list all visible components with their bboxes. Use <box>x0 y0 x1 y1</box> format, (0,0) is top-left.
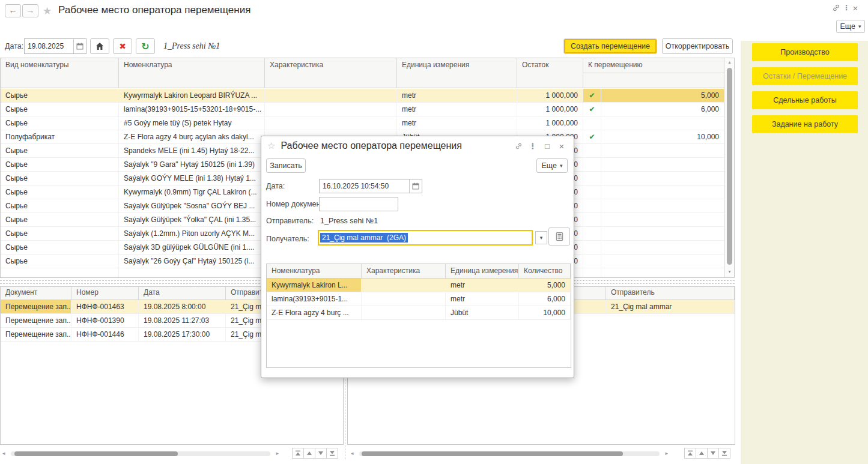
close-window-icon[interactable]: × <box>851 3 860 13</box>
transfer-qty-cell[interactable] <box>601 268 724 277</box>
transfer-qty-cell[interactable]: 5,000 <box>601 89 724 102</box>
column-header-unit[interactable]: Единица измерения <box>397 58 517 88</box>
go-previous-button[interactable] <box>303 448 315 459</box>
transfer-qty-cell[interactable] <box>601 158 724 171</box>
more-menu-icon[interactable]: ⋮ <box>842 3 851 13</box>
sidebar-button[interactable]: Остатки / Перемещение <box>752 67 858 85</box>
column-header-sender[interactable]: Отправитель <box>606 287 735 300</box>
scrollbar-track[interactable] <box>359 451 660 456</box>
senders-hscrollbar[interactable]: ◂ ▸ <box>350 449 669 459</box>
go-first-button[interactable] <box>684 448 696 459</box>
transfer-qty-cell[interactable] <box>601 255 724 268</box>
scrollbar-thumb[interactable] <box>727 68 732 265</box>
transfer-flag-cell[interactable] <box>583 255 601 268</box>
calendar-button[interactable] <box>409 179 422 193</box>
column-header-nomenclature[interactable]: Номенклатура <box>267 264 362 278</box>
transfer-qty-cell[interactable] <box>601 116 724 130</box>
dialog-number-input[interactable] <box>320 197 398 211</box>
scrollbar-track[interactable] <box>11 451 270 456</box>
transfer-qty-cell[interactable] <box>601 227 724 240</box>
table-row[interactable]: Kywyrmalyk Lakiron L...metr5,000 <box>267 279 571 292</box>
favorite-star-outline-icon[interactable]: ☆ <box>267 140 275 151</box>
transfer-flag-cell[interactable]: ✔ <box>583 89 601 102</box>
go-next-button[interactable] <box>315 448 327 459</box>
date-input[interactable] <box>25 39 73 53</box>
transfer-qty-cell[interactable]: 10,000 <box>601 130 724 143</box>
go-last-button[interactable] <box>326 448 338 459</box>
column-header-characteristic[interactable]: Характеристика <box>265 58 397 88</box>
sidebar-button[interactable]: Задание на работу <box>752 115 858 133</box>
dialog-date-input[interactable] <box>320 179 409 193</box>
scroll-left-icon[interactable]: ◂ <box>2 450 5 456</box>
transfer-flag-cell[interactable] <box>583 158 601 171</box>
transfer-flag-cell[interactable]: ✔ <box>583 130 601 143</box>
close-dialog-icon[interactable]: × <box>556 140 568 152</box>
transfer-flag-cell[interactable] <box>583 144 601 157</box>
fill-quantities-button[interactable] <box>548 227 570 246</box>
go-previous-button[interactable] <box>696 448 708 459</box>
column-header-number[interactable]: Номер <box>71 287 139 300</box>
table-row[interactable]: СырьеKywyrmalyk Lakiron Leopard BIRÝUZA … <box>1 89 724 103</box>
workcenter-button[interactable] <box>90 38 109 54</box>
dialog-more-button[interactable]: Еще▾ <box>536 158 568 173</box>
refresh-button[interactable]: ↻ <box>136 38 155 54</box>
scroll-left-icon[interactable]: ◂ <box>351 450 354 456</box>
transfer-qty-cell[interactable] <box>601 172 724 185</box>
transfer-flag-cell[interactable] <box>583 199 601 212</box>
save-button[interactable]: Записать <box>266 158 306 173</box>
receiver-combobox[interactable]: 21_Çig mal ammar (2GA) <box>318 230 533 246</box>
transfer-qty-cell[interactable] <box>601 185 724 199</box>
transfer-qty-cell[interactable] <box>601 241 724 254</box>
table-row[interactable]: lamina(39193+9015-1...metr6,000 <box>267 292 571 306</box>
transfer-flag-cell[interactable] <box>583 172 601 185</box>
adjust-button[interactable]: Откорректировать <box>662 38 733 54</box>
receiver-dropdown-button[interactable]: ▾ <box>535 231 547 244</box>
calendar-button[interactable] <box>73 39 86 53</box>
scrollbar-thumb[interactable] <box>14 451 178 456</box>
transfer-flag-cell[interactable] <box>583 241 601 254</box>
sidebar-button[interactable]: Производство <box>752 43 858 61</box>
transfer-flag-cell[interactable] <box>583 116 601 130</box>
scroll-right-icon[interactable]: ▸ <box>276 450 279 456</box>
transfer-flag-cell[interactable] <box>583 213 601 226</box>
favorite-star-icon[interactable]: ★ <box>43 5 52 17</box>
scrollbar-thumb[interactable] <box>362 451 623 456</box>
transfer-flag-cell[interactable] <box>583 268 601 277</box>
more-button[interactable]: Еще▾ <box>836 20 865 33</box>
back-button[interactable]: ← <box>5 4 21 17</box>
clear-button[interactable]: ✖ <box>113 38 132 54</box>
column-header-unit[interactable]: Единица измерения <box>446 264 519 278</box>
column-header-date[interactable]: Дата <box>139 287 226 300</box>
column-header-quantity[interactable]: Количество <box>519 264 571 278</box>
link-icon[interactable] <box>512 140 524 152</box>
link-icon[interactable] <box>831 3 841 13</box>
scroll-down-icon[interactable]: ▾ <box>725 269 734 276</box>
column-header-document[interactable]: Документ <box>1 287 71 300</box>
table-row[interactable]: Сырьеlamina(39193+9015-15+53201-18+9015-… <box>1 103 724 116</box>
transfer-qty-cell[interactable]: 6,000 <box>601 103 724 116</box>
forward-button[interactable]: → <box>22 4 38 17</box>
go-last-button[interactable] <box>718 448 730 459</box>
column-header-stock[interactable]: Остаток <box>517 58 583 88</box>
vertical-scrollbar[interactable]: ▴ ▾ <box>724 58 734 277</box>
transfer-qty-cell[interactable] <box>601 213 724 226</box>
scroll-up-icon[interactable]: ▴ <box>725 59 734 67</box>
go-first-button[interactable] <box>292 448 304 459</box>
transfer-qty-cell[interactable] <box>601 144 724 157</box>
create-transfer-button[interactable]: Создать перемещение <box>563 38 657 54</box>
maximize-icon[interactable]: □ <box>541 140 553 152</box>
more-menu-icon[interactable]: ⋮ <box>527 140 539 152</box>
transfer-flag-cell[interactable] <box>583 227 601 240</box>
documents-hscrollbar[interactable]: ◂ ▸ <box>1 449 280 459</box>
table-row[interactable]: Z-E Flora agzy 4 burç ...Jübüt10,000 <box>267 306 571 320</box>
column-header-type[interactable]: Вид номенклатуры <box>1 58 119 88</box>
go-next-button[interactable] <box>707 448 719 459</box>
transfer-qty-cell[interactable] <box>601 199 724 212</box>
column-header-transfer-group[interactable]: К перемещению <box>583 58 724 88</box>
column-header-nomenclature[interactable]: Номенклатура <box>119 58 265 88</box>
transfer-flag-cell[interactable]: ✔ <box>583 103 601 116</box>
sidebar-button[interactable]: Сдельные работы <box>752 91 858 109</box>
column-header-characteristic[interactable]: Характеристика <box>362 264 446 278</box>
table-row[interactable]: Сырье#5 Goýy mele tüý (S) petek Hytaymet… <box>1 116 724 130</box>
scroll-right-icon[interactable]: ▸ <box>665 450 668 456</box>
